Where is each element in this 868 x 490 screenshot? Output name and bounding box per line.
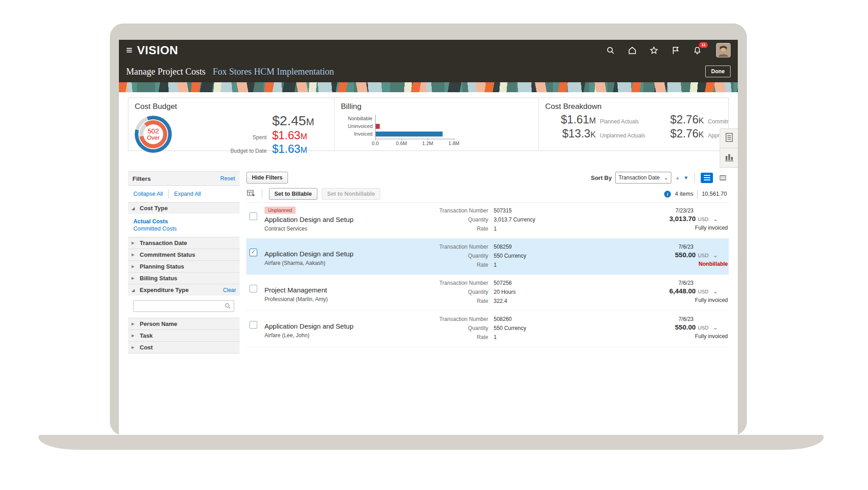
reset-filters-link[interactable]: Reset bbox=[220, 175, 235, 182]
expenditure-type-search bbox=[133, 300, 234, 312]
filter-section-expenditure-type[interactable]: ◢Expenditure TypeClear bbox=[128, 284, 240, 296]
billing-chart-x-axis: 0.00.6M1.2M1.8M bbox=[375, 139, 466, 146]
favorites-star-icon[interactable] bbox=[649, 46, 659, 55]
filter-section-label: Commitment Status bbox=[140, 251, 195, 258]
filter-section-task[interactable]: ▶Task bbox=[128, 330, 240, 341]
transaction-row[interactable]: Application Design and SetupAirfare (Lee… bbox=[246, 311, 729, 347]
row-expand-chevron-icon[interactable]: ⌄ bbox=[713, 288, 718, 295]
filter-section-commitment-status[interactable]: ▶Commitment Status bbox=[128, 249, 240, 260]
gauge-value: 502 bbox=[147, 127, 159, 135]
row-checkbox[interactable] bbox=[250, 321, 257, 329]
filter-section-body: Actual CostsCommitted Costs bbox=[128, 214, 240, 237]
transaction-number-label: Transaction Number bbox=[400, 279, 488, 287]
row-field-values: 508260550 Currency1 bbox=[494, 315, 589, 343]
billing-panel: Billing NonbillableUninvoicedInvoiced 0.… bbox=[334, 98, 538, 151]
project-name-link[interactable]: Fox Stores HCM Implementation bbox=[213, 66, 334, 77]
transaction-row[interactable]: UnplannedApplication Design and SetupCon… bbox=[246, 203, 729, 239]
triangle-collapsed-icon: ▶ bbox=[132, 264, 136, 269]
transaction-number-value: 508259 bbox=[494, 243, 589, 250]
hide-filters-button[interactable]: Hide Filters bbox=[246, 172, 288, 184]
page: ≡ VISION 11 bbox=[0, 0, 868, 490]
amount-value: 6,448.00 bbox=[669, 287, 695, 295]
search-icon[interactable] bbox=[225, 303, 231, 309]
filter-section-label: Task bbox=[140, 332, 153, 339]
breakdown-item: $2.76KApproved Comm bbox=[660, 127, 728, 140]
sort-ascending-button[interactable]: ▲ bbox=[675, 175, 680, 180]
home-icon[interactable] bbox=[627, 46, 637, 55]
filter-section-transaction-date[interactable]: ▶Transaction Date bbox=[128, 237, 240, 249]
set-to-billable-button[interactable]: Set to Billable bbox=[269, 188, 317, 200]
sort-descending-button[interactable]: ▼ bbox=[684, 175, 689, 180]
row-main: Application Design and SetupAirfare (Lee… bbox=[264, 315, 400, 343]
budget-donut-gauge: 502 Over bbox=[135, 116, 172, 153]
row-expand-chevron-icon[interactable]: ⌄ bbox=[713, 216, 718, 222]
filter-section-label: Planning Status bbox=[140, 263, 184, 270]
notifications-bell-icon[interactable]: 11 bbox=[693, 46, 702, 55]
divider bbox=[262, 189, 262, 199]
chart-panel-tab[interactable] bbox=[720, 148, 738, 167]
done-button[interactable]: Done bbox=[705, 66, 731, 77]
transaction-row[interactable]: Project ManagementProfessional (Marlin, … bbox=[246, 275, 729, 311]
rate-value: 1 bbox=[494, 261, 589, 269]
document-panel-tab[interactable] bbox=[720, 129, 738, 148]
clear-filter-link[interactable]: Clear bbox=[223, 287, 236, 293]
side-panel-tabs bbox=[720, 128, 738, 168]
list-view-button[interactable] bbox=[701, 173, 713, 183]
expand-all-link[interactable]: Expand All bbox=[174, 191, 201, 197]
hamburger-menu-icon[interactable]: ≡ bbox=[126, 45, 132, 56]
row-checkbox[interactable] bbox=[250, 285, 257, 292]
collapse-all-link[interactable]: Collapse All bbox=[133, 191, 163, 197]
transaction-date: 7/6/23 bbox=[621, 243, 729, 250]
app-screen: ≡ VISION 11 bbox=[119, 40, 738, 435]
amount-value: 550.00 bbox=[675, 251, 696, 259]
triangle-expanded-icon: ◢ bbox=[132, 288, 136, 292]
chart-category-label: Nonbillable bbox=[341, 115, 375, 122]
filter-value-link[interactable]: Actual Costs bbox=[133, 218, 234, 225]
budget-to-date-label: Budget to Date bbox=[231, 148, 267, 154]
filter-section-cost[interactable]: ▶Cost bbox=[128, 341, 240, 353]
chart-bar-invoiced bbox=[376, 132, 443, 137]
content-area: Cost Budget 502 Over $2.45M bbox=[119, 92, 738, 359]
transaction-date: 7/23/23 bbox=[621, 207, 729, 214]
row-expand-chevron-icon[interactable]: ⌄ bbox=[713, 324, 718, 331]
transaction-number-value: 507315 bbox=[494, 207, 589, 214]
row-title: Application Design and Setup bbox=[264, 216, 400, 223]
row-expand-chevron-icon[interactable]: ⌄ bbox=[713, 252, 718, 259]
filter-section-planning-status[interactable]: ▶Planning Status bbox=[128, 260, 240, 272]
expenditure-type-search-input[interactable] bbox=[133, 300, 234, 312]
sort-by-select[interactable]: Transaction Date ⌄ bbox=[615, 172, 671, 184]
filter-value-link[interactable]: Committed Costs bbox=[133, 226, 234, 232]
transaction-number-label: Transaction Number bbox=[400, 243, 488, 250]
info-icon[interactable]: i bbox=[664, 191, 671, 198]
amount-value: 550.00 bbox=[675, 323, 696, 331]
triangle-collapsed-icon: ▶ bbox=[132, 322, 136, 326]
spent-label: Spent bbox=[231, 134, 267, 141]
filter-section-billing-status[interactable]: ▶Billing Status bbox=[128, 272, 240, 284]
breakdown-label: Unplanned Actuals bbox=[600, 132, 645, 139]
search-icon[interactable] bbox=[606, 46, 615, 55]
rate-label: Rate bbox=[400, 297, 488, 305]
filter-section-person-name[interactable]: ▶Person Name bbox=[128, 318, 240, 330]
triangle-collapsed-icon: ▶ bbox=[132, 253, 136, 257]
billing-status: Nonbillable bbox=[621, 261, 729, 267]
filter-section-cost-type[interactable]: ◢Cost Type bbox=[128, 202, 240, 214]
triangle-collapsed-icon: ▶ bbox=[132, 241, 136, 245]
transaction-rows: UnplannedApplication Design and SetupCon… bbox=[246, 203, 729, 347]
row-checkbox[interactable] bbox=[250, 212, 257, 220]
user-avatar[interactable] bbox=[716, 43, 731, 57]
filter-section-label: Cost Type bbox=[140, 205, 168, 212]
rate-value: 322.4 bbox=[494, 297, 589, 305]
flag-watchlist-icon[interactable] bbox=[671, 46, 680, 55]
gauge-label: Over bbox=[147, 135, 160, 141]
bar-chart-icon bbox=[724, 152, 734, 164]
row-amount-block: 7/6/236,448.00USD⌄Fully invoiced bbox=[621, 279, 729, 306]
chevron-down-icon: ⌄ bbox=[664, 174, 668, 181]
list-summary: i 4 items 10,561.70 bbox=[664, 189, 729, 198]
budget-figures: $2.45M Spent $1.63M Budget to Date $1.63… bbox=[175, 113, 328, 155]
table-view-button[interactable] bbox=[717, 173, 729, 183]
detach-grid-icon[interactable] bbox=[246, 189, 255, 199]
row-field-values: 5073153,013.7 Currency1 bbox=[494, 207, 589, 234]
row-title: Project Management bbox=[264, 286, 400, 294]
row-checkbox[interactable]: ✓ bbox=[250, 249, 257, 256]
transaction-row[interactable]: ✓Application Design and SetupAirfare (Sh… bbox=[246, 239, 729, 275]
